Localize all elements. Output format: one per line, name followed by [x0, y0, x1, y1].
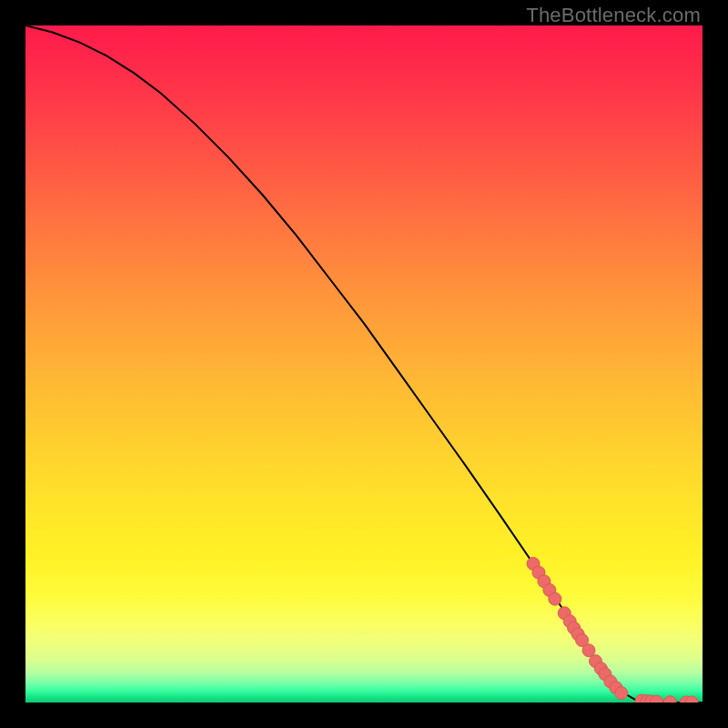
chart-svg	[25, 25, 703, 703]
data-marker	[663, 696, 676, 703]
data-marker	[549, 592, 561, 605]
curve-line	[25, 25, 703, 703]
marker-group	[527, 557, 698, 703]
watermark-text: TheBottleneck.com	[526, 4, 701, 27]
chart-stage: TheBottleneck.com	[0, 0, 728, 728]
data-marker	[615, 687, 628, 700]
plot-area	[25, 25, 703, 703]
